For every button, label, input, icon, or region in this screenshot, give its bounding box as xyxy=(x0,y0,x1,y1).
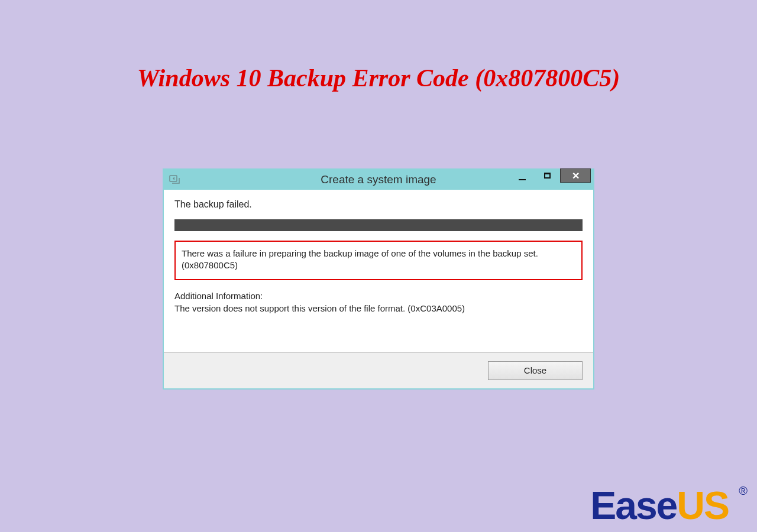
registered-icon: ® xyxy=(739,485,746,497)
close-icon: ✕ xyxy=(572,170,580,181)
window-close-button[interactable]: ✕ xyxy=(560,168,591,183)
titlebar[interactable]: Create a system image ✕ xyxy=(164,170,593,190)
error-message-line2: (0x807800C5) xyxy=(182,259,575,271)
dialog-footer: Close xyxy=(164,353,593,388)
minimize-button[interactable] xyxy=(510,168,534,183)
maximize-icon xyxy=(544,173,551,179)
minimize-icon xyxy=(519,179,526,180)
error-message-line1: There was a failure in preparing the bac… xyxy=(182,248,575,259)
close-button[interactable]: Close xyxy=(488,361,583,380)
brand-part1: Ease xyxy=(590,484,677,527)
brand-part2: US xyxy=(677,484,729,527)
backup-failed-heading: The backup failed. xyxy=(174,199,583,210)
additional-info-label: Additional Information: xyxy=(174,290,583,302)
window-controls: ✕ xyxy=(510,168,591,183)
dialog-body: The backup failed. There was a failure i… xyxy=(164,190,593,353)
maximize-button[interactable] xyxy=(535,168,559,183)
progress-bar xyxy=(174,219,583,231)
backup-icon xyxy=(169,174,180,186)
easeus-logo: EaseUS ® xyxy=(590,486,729,525)
system-image-dialog: Create a system image ✕ The backup faile… xyxy=(163,168,594,390)
page-title: Windows 10 Backup Error Code (0x807800C5… xyxy=(0,64,757,92)
error-highlight-box: There was a failure in preparing the bac… xyxy=(174,241,583,280)
additional-info-text: The version does not support this versio… xyxy=(174,302,583,314)
